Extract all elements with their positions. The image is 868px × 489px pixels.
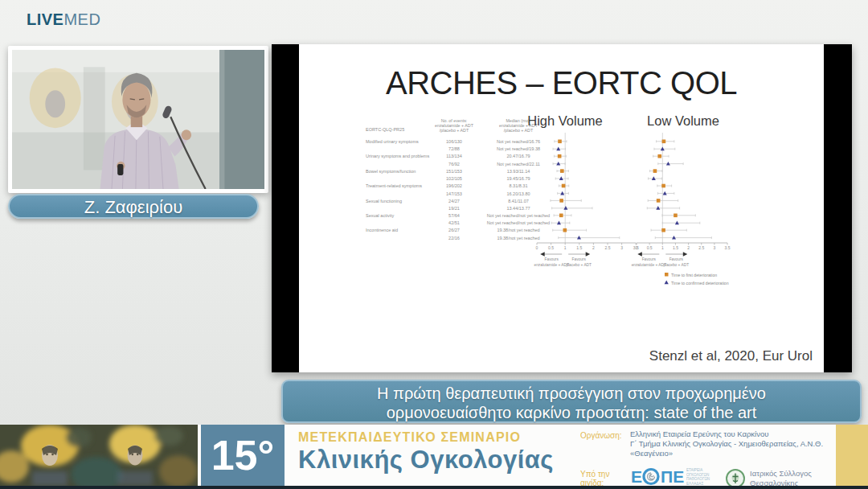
footer-divider [0,486,868,489]
row-events: 19/21 [448,206,460,211]
legend-label: Time to confirmed deterioration [671,281,729,286]
wall-band [219,50,264,189]
row-events: 147/153 [446,191,462,196]
row-events: 151/153 [446,169,462,174]
favours-left-label: Favours [642,257,657,261]
livemed-logo: LIVEMED [27,10,100,29]
row-category: Sexual functioning [366,199,402,203]
slide-citation: Stenzl et al, 2020, Eur Urol [649,348,813,364]
row-median: 8.31/8.31 [510,183,528,188]
row-median: Not yet reached/19.38 [497,146,540,151]
presentation-slide: ARCHES – EORTC QOL EORTC-QLQ-PR25No. of … [272,44,852,372]
row-median: 19.45/16.79 [506,176,530,181]
speaker-nameplate: Ζ. Ζαφειρίου [8,194,259,219]
row-category: Modified urinary symptoms [366,139,419,144]
livemed-logo-live: LIVE [27,10,63,28]
favours-left-label: Favours [545,257,559,261]
event-footer: 15° ΜΕΤΕΚΠΑΙΔΕΥΤΙΚΟ ΣΕΜΙΝΑΡΙΟ Κλινικής Ο… [0,425,868,486]
marker-first-deterioration [657,154,661,158]
x-tick-label: 0.5 [647,245,653,250]
marker-first-deterioration [657,199,661,203]
favours-left-arrowhead-icon [540,252,545,257]
speaker-video-feed [12,50,264,189]
svg-text:ΕΛΛΑΔΑΣ: ΕΛΛΑΔΑΣ [686,482,703,486]
edition-badge: 15° [201,425,285,486]
row-median: 20.47/16.79 [506,154,530,158]
scale-label: EORTC-QLQ-PR25 [366,127,404,132]
column-header: /placebo + ADT [504,128,534,133]
event-artwork [0,425,198,486]
row-category: Treatment-related symptoms [366,183,422,188]
row-events: 22/16 [448,236,460,240]
x-tick-label: 1 [661,245,664,250]
x-tick-label: 0.5 [548,245,554,250]
organization-line1: Ελληνική Εταιρεία Ερεύνης του Καρκίνου [630,429,833,439]
favours-right-label: Favours [572,257,587,261]
row-category: Incontinence aid [366,228,398,232]
x-tick-label: 3.5 [725,245,731,250]
legend-triangle-icon [665,281,669,285]
favours-left-arrowhead-icon [637,252,642,257]
seminar-block: ΜΕΤΕΚΠΑΙΔΕΥΤΙΚΟ ΣΕΜΙΝΑΡΙΟ Κλινικής Ογκολ… [298,430,554,475]
marker-first-deterioration [562,184,566,188]
eortc-forest-plot: EORTC-QLQ-PR25No. of events:enzalutamide… [299,44,824,372]
favours-right-arrowhead-icon [683,252,688,257]
row-median: Not yet reached/not yet reached [487,213,550,218]
row-events: 72/88 [448,146,460,151]
row-median: 13.44/13.77 [506,206,530,211]
medical-association-line1: Ιατρικός Σύλλογος [750,469,812,479]
panel-title: High Volume [527,113,603,128]
svg-text:ΠΑΘΟΛΟΓΩΝ: ΠΑΘΟΛΟΓΩΝ [686,477,710,481]
row-median: 13.93/11.14 [507,169,530,174]
seminar-title: Κλινικής Ογκολογίας [298,446,554,475]
row-events: 102/105 [446,176,462,181]
x-tick-label: 2 [592,245,595,250]
row-category: Sexual activity [366,213,394,218]
row-category: Urinary symptoms and problems [366,154,429,158]
favours-left-label: enzalutamide + ADT [534,263,569,267]
marker-first-deterioration [674,214,678,218]
marker-first-deterioration [662,140,666,144]
row-events: 42/51 [448,220,460,225]
row-median: Not yet reached/22.11 [497,162,540,166]
webinar-stage: LIVEMED [0,0,868,489]
x-tick-label: 2 [687,245,690,250]
legend-label: Time to first deterioration [671,273,717,277]
marker-first-deterioration [563,228,567,232]
row-events: 26/27 [448,228,460,232]
organization-line2: Γ΄ Τμήμα Κλινικής Ογκολογίας - Χημειοθερ… [630,439,833,458]
row-median: 8.41/11.07 [508,199,529,203]
row-events: 196/202 [446,183,462,188]
organization-label: Οργάνωση: [580,429,630,458]
favours-left-label: enzalutamide + ADT [632,263,666,267]
x-tick-label: 0 [536,245,538,250]
row-median: 19.38/not yet reached [497,228,539,232]
column-header: /placebo + ADT [440,128,469,133]
marker-first-deterioration [661,228,665,232]
x-tick-label: 1.5 [673,245,678,250]
gold-strip [836,425,868,486]
marker-first-deterioration [558,154,562,158]
lecture-title-line2: ορμονοευαίσθητο καρκίνο προστάτη: state … [283,403,860,422]
lecture-title-line1: Η πρώτη θεραπευτική προσέγγιση στον προχ… [283,384,860,403]
panel-title: Low Volume [647,113,719,128]
x-tick-label: 2.5 [698,245,704,250]
favours-right-label: Favours [669,257,684,261]
legend-square-icon [665,273,669,277]
svg-text:ΕΤΑΙΡΕΙΑ: ΕΤΑΙΡΕΙΑ [686,468,703,472]
marker-first-deterioration [653,169,657,173]
marker-first-deterioration [559,214,563,218]
x-tick-label: 2.5 [605,245,611,250]
auspices-label: Υπό την αιγίδα: [580,470,630,487]
row-median: Not yet reached/not yet reached [487,220,550,225]
row-median: Not yet reached/16.76 [497,139,540,144]
row-events: 106/130 [446,139,462,144]
lecture-title-banner: Η πρώτη θεραπευτική προσέγγιση στον προχ… [281,380,862,423]
svg-text:ΟΓΚΟΛΟΓΩΝ: ΟΓΚΟΛΟΓΩΝ [686,473,709,477]
marker-first-deterioration [560,169,564,173]
x-tick-label: 3 [620,245,623,250]
credits-block: Οργάνωση: Ελληνική Εταιρεία Ερεύνης του … [580,429,833,489]
row-median: 19.38/not yet reached [497,236,539,240]
favours-right-label: placebo + ADT [663,263,689,267]
speaker-video [8,46,268,193]
